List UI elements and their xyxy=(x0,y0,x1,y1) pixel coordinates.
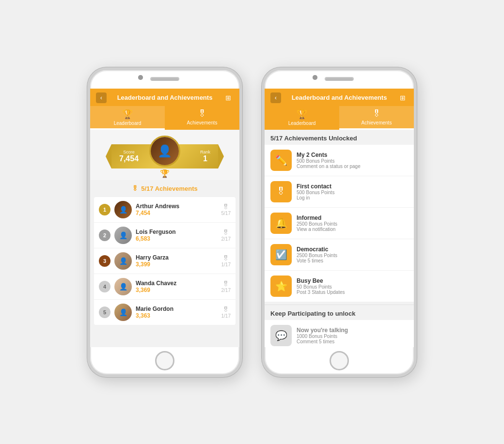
tab-achievements[interactable]: 🎖 Achievements xyxy=(165,106,239,130)
player-achievements-5: 🎖 1/17 xyxy=(221,306,231,319)
achievement-item-democratic: ☑️ Democratic 2500 Bonus Points Vote 5 t… xyxy=(265,239,414,271)
badge-icon-5: 🎖 xyxy=(222,306,229,313)
locked-achievement-desc: Comment 5 times xyxy=(297,339,348,344)
rank-block: Rank 1 xyxy=(200,150,210,163)
locked-achievement-item: 💬 Now you're talking 1000 Bonus Points C… xyxy=(265,320,414,347)
badge-count-2: 2/17 xyxy=(221,236,231,242)
player-score-3: 3,399 xyxy=(136,261,218,268)
rank-badge-3: 3 xyxy=(99,255,110,267)
leaderboard-list: 1 👤 Arthur Andrews 7,454 🎖 5/17 2 👤 xyxy=(94,197,236,325)
keep-participating-header: Keep Participating to unlock xyxy=(265,305,414,320)
locked-achievement-info: Now you're talking 1000 Bonus Points Com… xyxy=(297,327,348,344)
leaderboard-tab-icon-right: 🏆 xyxy=(297,109,307,120)
player-info-5: Marie Gordon 3,363 xyxy=(136,306,218,319)
home-button-right[interactable] xyxy=(330,351,349,370)
achievements-summary: 🎖 5/17 Achievements xyxy=(90,180,239,197)
tab-leaderboard[interactable]: 🏆 Leaderboard xyxy=(90,106,165,130)
achievements-tab-label-right: Achievements xyxy=(362,120,392,125)
settings-icon[interactable]: ⊞ xyxy=(223,92,234,103)
app-header: ‹ Leaderboard and Achievements ⊞ 🏆 Leade… xyxy=(90,89,239,130)
achievement-item-informed: 🔔 Informed 2500 Bonus Points View a noti… xyxy=(265,208,414,239)
score-value: 7,454 xyxy=(119,154,139,163)
score-block: Score 7,454 xyxy=(119,150,139,163)
score-label: Score xyxy=(119,150,139,154)
hero-avatar-img: 👤 xyxy=(151,137,179,165)
achievement-title-my2cents: My 2 Cents xyxy=(297,152,408,158)
achievement-desc-my2cents: Comment on a status or page xyxy=(297,164,408,169)
achievements-tab-label: Achievements xyxy=(187,120,218,125)
table-row: 4 👤 Wanda Chavez 3,369 🎖 2/17 xyxy=(94,274,236,300)
rank-badge-2: 2 xyxy=(99,230,110,241)
speaker-right xyxy=(326,78,353,81)
achievement-title-busybee: Busy Bee xyxy=(297,277,408,284)
home-button-left[interactable] xyxy=(155,351,174,370)
screen-leaderboard: ‹ Leaderboard and Achievements ⊞ 🏆 Leade… xyxy=(90,89,239,347)
leaderboard-tab-label-right: Leaderboard xyxy=(288,121,316,126)
rank-badge-5: 5 xyxy=(99,306,110,318)
achievement-desc-democratic: Vote 5 times xyxy=(297,258,408,263)
achievement-points-informed: 2500 Bonus Points xyxy=(297,221,408,227)
avatar-1: 👤 xyxy=(114,201,132,218)
player-achievements-2: 🎖 2/17 xyxy=(221,229,231,242)
player-info-2: Lois Ferguson 6,583 xyxy=(136,229,218,242)
player-score-1: 7,454 xyxy=(136,210,218,216)
tab-leaderboard-right[interactable]: 🏆 Leaderboard xyxy=(265,106,339,130)
avatar-3: 👤 xyxy=(114,252,132,270)
page-title-right: Leaderboard and Achievements xyxy=(285,94,394,101)
achievement-desc-informed: View a notification xyxy=(297,227,408,232)
achievements-tab-icon: 🎖 xyxy=(198,109,206,119)
rank-badge-4: 4 xyxy=(99,281,110,292)
achievement-title-informed: Informed xyxy=(297,214,408,221)
achievement-info-informed: Informed 2500 Bonus Points View a notifi… xyxy=(297,214,408,232)
player-name-3: Harry Garza xyxy=(136,254,218,261)
phone-achievements: ‹ Leaderboard and Achievements ⊞ 🏆 Leade… xyxy=(262,67,417,377)
locked-achievement-icon: 💬 xyxy=(270,325,292,346)
achievement-item-firstcontact: 🎖 First contact 500 Bonus Points Log in xyxy=(265,176,414,208)
achievement-title-democratic: Democratic xyxy=(297,246,408,253)
achievements-tab-icon-right: 🎖 xyxy=(372,109,381,119)
page-title: Leaderboard and Achievements xyxy=(110,94,219,101)
achievements-badge-text: 5/17 Achievements xyxy=(141,185,198,192)
camera-right xyxy=(313,75,317,80)
back-button-right[interactable]: ‹ xyxy=(270,92,281,103)
player-name-1: Arthur Andrews xyxy=(136,203,218,210)
locked-achievement-title: Now you're talking xyxy=(297,327,348,334)
achievements-list: ✏️ My 2 Cents 500 Bonus Points Comment o… xyxy=(265,145,414,302)
tab-achievements-right[interactable]: 🎖 Achievements xyxy=(339,106,414,130)
app-header-right: ‹ Leaderboard and Achievements ⊞ 🏆 Leade… xyxy=(265,89,414,130)
speaker xyxy=(151,78,178,81)
tab-bar: 🏆 Leaderboard 🎖 Achievements xyxy=(90,106,239,130)
badge-icon-4: 🎖 xyxy=(222,280,229,288)
achievements-badge-icon: 🎖 xyxy=(132,185,138,192)
screen-achievements: ‹ Leaderboard and Achievements ⊞ 🏆 Leade… xyxy=(265,89,414,347)
badge-icon-1: 🎖 xyxy=(222,203,229,211)
achievements-body: 5/17 Achievements Unlocked ✏️ My 2 Cents… xyxy=(265,130,414,347)
hero-section: Score 7,454 Rank 1 👤 🏆 xyxy=(90,130,239,180)
badge-icon-2: 🎖 xyxy=(222,229,229,236)
avatar-4: 👤 xyxy=(114,278,132,295)
player-achievements-4: 🎖 2/17 xyxy=(221,280,231,293)
achievement-info-my2cents: My 2 Cents 500 Bonus Points Comment on a… xyxy=(297,152,408,169)
achievement-item-my2cents: ✏️ My 2 Cents 500 Bonus Points Comment o… xyxy=(265,145,414,176)
player-name-5: Marie Gordon xyxy=(136,306,218,312)
avatar-5: 👤 xyxy=(114,304,132,321)
rank-label: Rank xyxy=(200,150,210,154)
achievement-info-busybee: Busy Bee 50 Bonus Points Post 3 Status U… xyxy=(297,277,408,295)
keep-participating-text: Keep Participating to unlock xyxy=(270,310,356,317)
hero-avatar: 👤 xyxy=(149,136,180,167)
tab-bar-right: 🏆 Leaderboard 🎖 Achievements xyxy=(265,106,414,130)
locked-achievement-points: 1000 Bonus Points xyxy=(297,334,348,339)
table-row: 1 👤 Arthur Andrews 7,454 🎖 5/17 xyxy=(94,197,236,223)
badge-count-3: 1/17 xyxy=(221,262,231,267)
player-score-2: 6,583 xyxy=(136,235,218,242)
rank-value: 1 xyxy=(203,154,207,163)
settings-icon-right[interactable]: ⊞ xyxy=(397,92,408,103)
player-achievements-3: 🎖 1/17 xyxy=(221,254,231,267)
back-button[interactable]: ‹ xyxy=(96,92,107,103)
table-row: 3 👤 Harry Garza 3,399 🎖 1/17 xyxy=(94,248,236,274)
achievement-title-firstcontact: First contact xyxy=(297,183,408,190)
player-achievements-1: 🎖 5/17 xyxy=(221,203,231,216)
camera-left xyxy=(138,75,143,80)
rank-badge-1: 1 xyxy=(99,204,110,215)
achievement-desc-busybee: Post 3 Status Updates xyxy=(297,290,408,295)
